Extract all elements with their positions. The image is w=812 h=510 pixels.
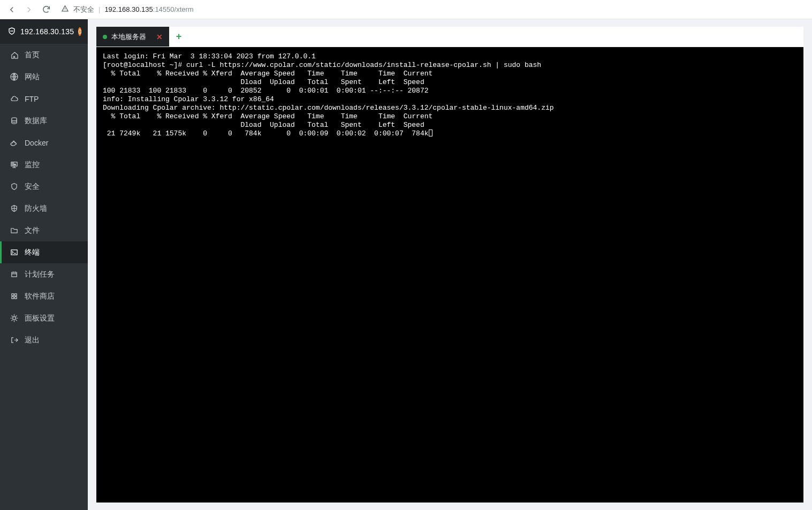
calendar-icon (10, 270, 18, 279)
docker-icon (10, 139, 18, 147)
sidebar-item-label: 首页 (25, 50, 40, 60)
address-separator: | (98, 5, 100, 13)
sidebar-item-files[interactable]: 文件 (0, 219, 88, 241)
sidebar-item-home[interactable]: 首页 (0, 44, 88, 66)
sidebar-item-ftp[interactable]: FTP (0, 88, 88, 110)
sidebar-item-label: 数据库 (25, 116, 47, 126)
sidebar-item-label: 网站 (25, 72, 40, 82)
main-area: 本地服务器 ✕ + Last login: Fri Mar 3 18:33:04… (88, 19, 812, 510)
sidebar-item-firewall[interactable]: 防火墙 (0, 197, 88, 219)
sidebar-item-label: 终端 (25, 248, 40, 257)
address-bar[interactable]: 不安全 | 192.168.30.135:14550/xterm (57, 2, 807, 17)
insecure-label: 不安全 (73, 5, 94, 14)
sidebar-item-label: 文件 (25, 226, 40, 235)
tab-status-dot-icon (103, 35, 107, 39)
gear-icon (10, 314, 18, 323)
sidebar-item-monitor[interactable]: 监控 (0, 154, 88, 176)
sidebar-item-security[interactable]: 安全 (0, 176, 88, 197)
sidebar-item-label: 安全 (25, 182, 40, 192)
sidebar-item-apps[interactable]: 软件商店 (0, 285, 88, 307)
terminal-cursor (429, 130, 432, 136)
terminal-tabs: 本地服务器 ✕ + (96, 27, 803, 47)
tab-close-icon[interactable]: ✕ (156, 33, 163, 41)
database-icon (10, 117, 18, 125)
nav-back-button[interactable] (5, 3, 18, 16)
sidebar-item-database[interactable]: 数据库 (0, 110, 88, 132)
terminal-icon (10, 248, 18, 257)
panel-logo-icon (7, 27, 16, 37)
sidebar-item-label: 计划任务 (25, 270, 55, 279)
sidebar-host-ip: 192.168.30.135 (20, 27, 74, 36)
sidebar-item-settings[interactable]: 面板设置 (0, 307, 88, 329)
address-url: 192.168.30.135:14550/xterm (104, 5, 193, 13)
sidebar-item-website[interactable]: 网站 (0, 66, 88, 88)
sidebar-item-terminal[interactable]: 终端 (0, 241, 88, 263)
add-tab-button[interactable]: + (169, 27, 188, 47)
sidebar-item-label: 退出 (25, 336, 40, 345)
nav-forward-button[interactable] (22, 3, 35, 16)
cloud-icon (10, 95, 18, 103)
sidebar-header[interactable]: 192.168.30.135 0 (0, 19, 88, 44)
terminal-tab-active[interactable]: 本地服务器 ✕ (96, 27, 169, 47)
sidebar-item-label: 防火墙 (25, 204, 47, 214)
folder-icon (10, 226, 18, 235)
grid-icon (10, 292, 18, 301)
sidebar-item-cron[interactable]: 计划任务 (0, 263, 88, 285)
sidebar-item-docker[interactable]: Docker (0, 132, 88, 154)
browser-toolbar: 不安全 | 192.168.30.135:14550/xterm (0, 0, 812, 19)
sidebar: 192.168.30.135 0 首页网站FTP数据库Docker监控安全防火墙… (0, 19, 88, 510)
sidebar-item-label: 面板设置 (25, 314, 55, 323)
monitor-icon (10, 161, 18, 169)
terminal-output[interactable]: Last login: Fri Mar 3 18:33:04 2023 from… (96, 47, 803, 503)
tab-label: 本地服务器 (111, 32, 146, 42)
insecure-icon (61, 5, 69, 14)
shield-icon (10, 182, 18, 191)
sidebar-item-label: Docker (25, 139, 48, 147)
sidebar-item-label: FTP (25, 95, 39, 103)
sidebar-item-label: 监控 (25, 160, 40, 170)
firewall-icon (10, 204, 18, 213)
logout-icon (10, 336, 18, 345)
globe-icon (10, 73, 18, 81)
terminal-panel: 本地服务器 ✕ + Last login: Fri Mar 3 18:33:04… (96, 27, 803, 503)
sidebar-item-label: 软件商店 (25, 292, 55, 301)
nav-reload-button[interactable] (40, 3, 52, 16)
sidebar-item-logout[interactable]: 退出 (0, 329, 88, 351)
home-icon (10, 51, 18, 59)
sidebar-badge: 0 (78, 27, 81, 36)
